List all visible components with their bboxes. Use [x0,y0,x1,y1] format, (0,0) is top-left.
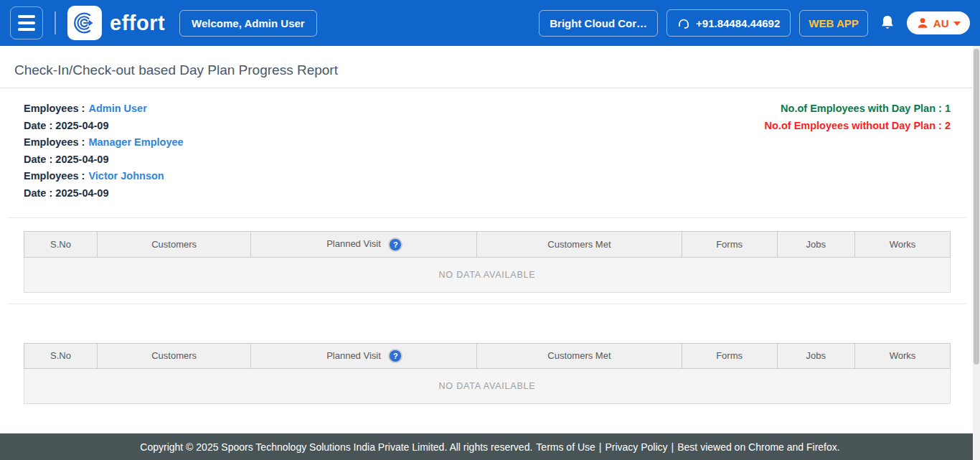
planned-visit-label: Planned Visit [326,238,381,249]
employee-label: Employees : [24,103,85,114]
no-data-message: NO DATA AVAILABLE [24,369,951,404]
employee-label: Employees : [24,170,85,182]
web-app-button[interactable]: WEB APP [799,10,867,37]
day-plan-table: S.No Customers Planned Visit ? Customers… [24,231,951,293]
page-title-section: Check-In/Check-out based Day Plan Progre… [0,46,973,88]
menu-hamburger-button[interactable] [10,6,43,39]
column-forms: Forms [682,232,777,258]
notifications-bell-button[interactable] [877,13,898,33]
header-right-group: Bright Cloud Cor… +91.84484.44692 WEB AP… [539,9,970,37]
headset-icon [677,17,690,29]
column-jobs: Jobs [777,232,854,258]
support-phone-button[interactable]: +91.84484.44692 [666,9,791,37]
vertical-scrollbar-track[interactable] [973,46,980,460]
employee-line: Employees :Victor Johnson [24,168,184,185]
no-data-message: NO DATA AVAILABLE [24,257,951,292]
page-title: Check-In/Check-out based Day Plan Progre… [14,62,958,78]
company-name-label: Bright Cloud Cor… [550,17,647,29]
user-icon [916,17,929,29]
company-selector-button[interactable]: Bright Cloud Cor… [539,10,658,37]
report-summary-row: Employees :Admin User Date : 2025-04-09 … [0,88,973,202]
user-avatar-dropdown[interactable]: AU [907,11,970,34]
employee-line: Employees :Manager Employee [24,134,184,151]
employee-name-link[interactable]: Admin User [88,103,146,114]
employee-date-line: Date : 2025-04-09 [24,151,184,169]
hamburger-bar [18,15,35,18]
employee-date-line: Date : 2025-04-09 [24,185,184,202]
column-jobs: Jobs [777,343,854,369]
hamburger-bar [18,28,35,31]
help-icon[interactable]: ? [390,350,401,362]
support-phone-label: +91.84484.44692 [696,17,780,29]
column-planned-visit: Planned Visit ? [251,343,477,369]
employees-without-plan-stat: No.of Employees without Day Plan : 2 [765,118,951,135]
table-empty-row: NO DATA AVAILABLE [24,257,951,292]
footer-bar: Copyright © 2025 Spoors Technology Solut… [0,433,980,460]
table-empty-row: NO DATA AVAILABLE [24,369,951,404]
privacy-policy-link[interactable]: Privacy Policy [605,441,667,453]
column-customers-met: Customers Met [477,343,682,369]
report-table-2-container: S.No Customers Planned Visit ? Customers… [0,304,980,405]
welcome-badge: Welcome, Admin User [179,10,317,37]
terms-of-use-link[interactable]: Terms of Use [536,441,595,453]
employee-name-link[interactable]: Manager Employee [88,136,183,148]
effort-logo-icon[interactable] [67,6,102,40]
employee-line: Employees :Admin User [24,100,184,118]
day-plan-table: S.No Customers Planned Visit ? Customers… [24,343,951,405]
footer-copyright: Copyright © 2025 Spoors Technology Solut… [140,441,532,453]
employees-list: Employees :Admin User Date : 2025-04-09 … [24,100,184,202]
footer-separator: | [672,441,674,453]
top-header-bar: effort Welcome, Admin User Bright Cloud … [0,0,980,46]
brand-name: effort [110,11,165,35]
avatar-initials: AU [933,17,949,29]
bell-icon [880,14,895,32]
column-sno: S.No [24,343,98,369]
report-table-1-container: S.No Customers Planned Visit ? Customers… [0,218,980,293]
employee-date-line: Date : 2025-04-09 [24,118,184,135]
employee-name-link[interactable]: Victor Johnson [88,170,164,182]
column-customers: Customers [97,343,250,369]
vertical-scrollbar-thumb[interactable] [974,49,979,365]
hamburger-bar [18,22,35,24]
column-planned-visit: Planned Visit ? [251,232,477,258]
logo-spiral-icon [70,9,99,37]
column-customers: Customers [97,232,250,258]
footer-best-viewed: Best viewed on Chrome and Firefox. [677,441,839,453]
help-icon[interactable]: ? [390,239,401,250]
employees-with-plan-stat: No.of Employees with Day Plan : 1 [765,100,951,118]
footer-separator: | [599,441,602,453]
column-works: Works [854,343,950,369]
employee-label: Employees : [24,136,85,148]
day-plan-stats: No.of Employees with Day Plan : 1 No.of … [765,100,951,202]
table-header-row: S.No Customers Planned Visit ? Customers… [24,232,951,258]
column-customers-met: Customers Met [477,232,682,258]
header-divider [55,11,56,34]
chevron-down-icon [953,22,961,26]
column-sno: S.No [24,232,98,258]
table-header-row: S.No Customers Planned Visit ? Customers… [24,343,951,369]
column-works: Works [854,232,950,258]
column-forms: Forms [682,343,777,369]
web-app-label: WEB APP [809,17,858,29]
planned-visit-label: Planned Visit [326,350,381,361]
